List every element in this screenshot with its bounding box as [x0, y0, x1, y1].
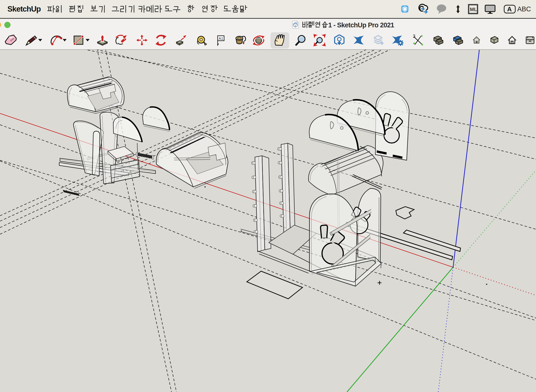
svg-text:A: A	[507, 5, 512, 13]
svg-text:A1: A1	[219, 36, 223, 40]
svg-text:3: 3	[413, 34, 415, 39]
svg-text:ML: ML	[470, 7, 477, 12]
svg-text:1 - SketchUp Pro 2021: 1 - SketchUp Pro 2021	[328, 21, 394, 29]
svg-text:SketchUp: SketchUp	[7, 5, 41, 13]
svg-text:ABC: ABC	[517, 5, 531, 13]
